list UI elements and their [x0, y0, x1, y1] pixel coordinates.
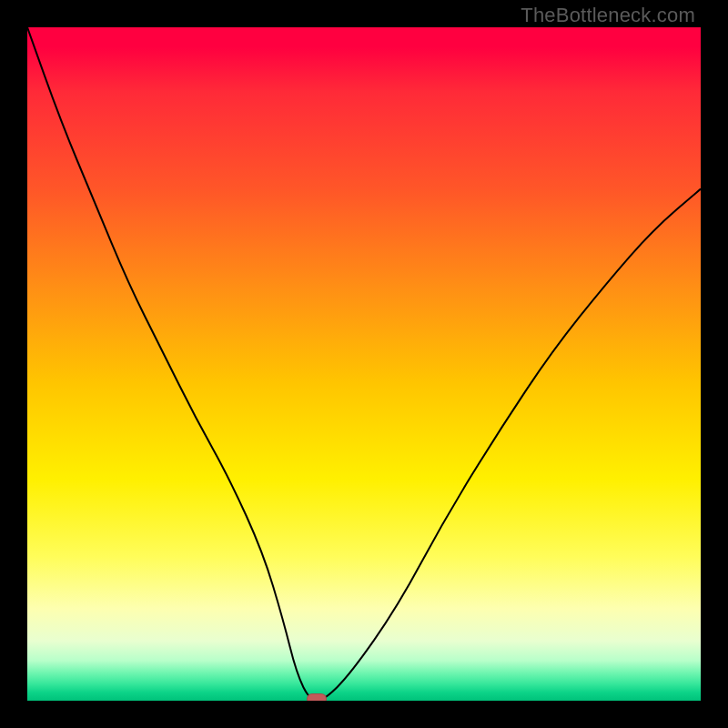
plot-area [27, 27, 701, 701]
watermark-text: TheBottleneck.com [521, 4, 695, 27]
black-frame: TheBottleneck.com [0, 0, 728, 728]
curve-svg [27, 27, 701, 701]
minimum-marker [307, 693, 327, 701]
curve-path [27, 27, 701, 701]
